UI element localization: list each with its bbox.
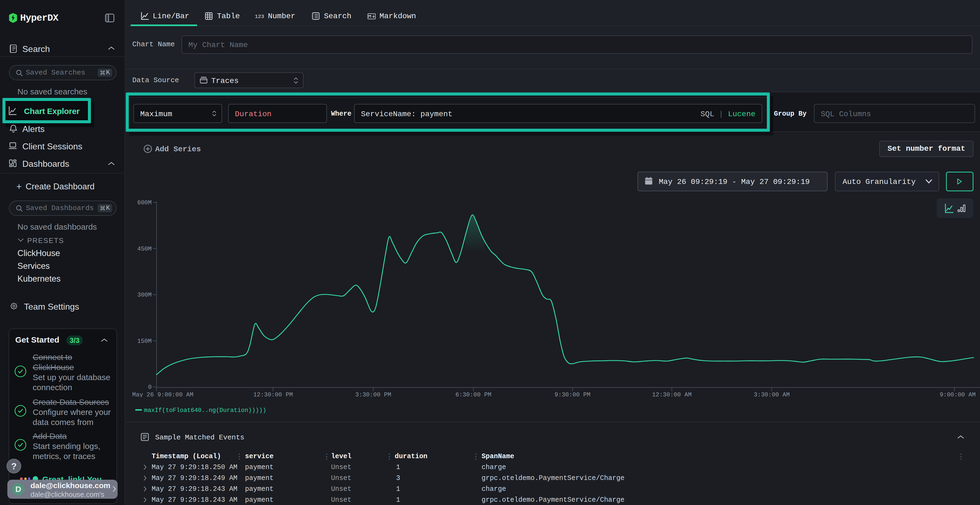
svg-text:6:30:00 PM: 6:30:00 PM — [455, 392, 492, 397]
svg-text:600M: 600M — [137, 199, 152, 206]
svg-text:0: 0 — [148, 384, 152, 391]
svg-text:12:30:00 AM: 12:30:00 AM — [652, 392, 692, 397]
svg-text:12:30:00 PM: 12:30:00 PM — [253, 392, 293, 397]
svg-text:3:30:00 PM: 3:30:00 PM — [355, 392, 391, 397]
svg-text:300M: 300M — [137, 292, 152, 299]
svg-text:150M: 150M — [137, 338, 152, 345]
svg-text:450M: 450M — [137, 246, 152, 252]
svg-text:3:30:00 AM: 3:30:00 AM — [754, 392, 790, 397]
svg-text:9:00:00 AM: 9:00:00 AM — [940, 392, 976, 397]
svg-text:May 26 9:00:00 AM: May 26 9:00:00 AM — [132, 392, 193, 397]
svg-text:9:30:00 PM: 9:30:00 PM — [555, 392, 590, 397]
